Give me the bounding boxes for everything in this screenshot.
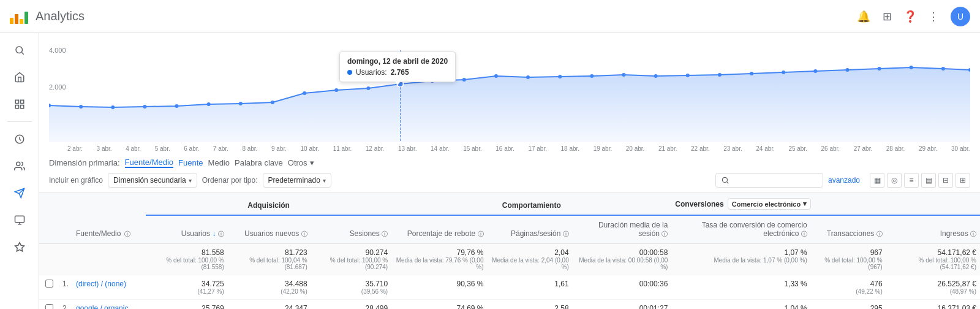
totals-usuarios-nuevos: 81.723 % del total: 100,04 % (81.687): [228, 244, 311, 275]
notification-icon[interactable]: 🔔: [858, 10, 870, 23]
row2-num: 2.: [59, 300, 72, 310]
row2-source: google / organic: [72, 300, 146, 310]
x-label: 7 abr.: [213, 145, 228, 152]
checkbox-1[interactable]: [45, 280, 53, 288]
sidebar-item-dashboard[interactable]: [5, 92, 34, 116]
order-arrow: ▾: [323, 177, 326, 184]
view-bar-icon[interactable]: ▤: [921, 173, 936, 188]
totals-usuarios: 81.558 % del total: 100,00 % (81.558): [146, 244, 228, 275]
order-select[interactable]: Predeterminado ▾: [263, 173, 331, 188]
svg-marker-13: [15, 243, 24, 251]
th-ingresos[interactable]: Ingresos ⓘ: [886, 215, 980, 244]
row1-ingresos: 26.525,87 € (48,97 %): [886, 275, 980, 300]
secondary-dim-select[interactable]: Dimensión secundaria ▾: [108, 173, 197, 188]
tooltip-dot: [347, 70, 352, 75]
svg-point-18: [175, 104, 179, 108]
sidebar-divider-1: [7, 121, 32, 122]
sidebar-item-realtime[interactable]: [5, 127, 34, 151]
totals-sesiones: 90.274 % del total: 100,00 % (90.274): [311, 244, 391, 275]
view-compare-icon[interactable]: ⊟: [938, 173, 953, 188]
dimension-medio[interactable]: Medio: [208, 158, 230, 167]
checkbox-2[interactable]: [45, 304, 53, 309]
view-pie-icon[interactable]: ◎: [887, 173, 902, 188]
main-layout: 4.000 2.000: [0, 33, 980, 309]
row1-checkbox[interactable]: [39, 275, 59, 300]
x-label: 19 abr.: [594, 145, 612, 152]
header-icons: 🔔 ⊞ ❓ ⋮ U: [858, 7, 970, 26]
row1-num: 1.: [59, 275, 72, 300]
data-table: Fuente/Medio ⓘ Adquisición Comportamient…: [39, 193, 980, 309]
th-paginas[interactable]: Páginas/sesión ⓘ: [488, 215, 573, 244]
table-row: 2. google / organic 25.769 (30,63 %) 24.…: [39, 300, 980, 310]
search-icon: [721, 176, 729, 185]
svg-point-28: [462, 78, 466, 82]
svg-point-39: [813, 69, 817, 73]
sidebar-item-acquisition[interactable]: [5, 181, 34, 205]
sidebar-item-behavior[interactable]: [5, 208, 34, 232]
row2-source-link[interactable]: google / organic: [76, 304, 128, 309]
tooltip-row: Usuarios: 2.765: [347, 68, 448, 77]
row1-transacciones: 476 (49,22 %): [811, 275, 886, 300]
dimension-fuente[interactable]: Fuente: [178, 158, 203, 167]
x-label: 24 abr.: [756, 145, 775, 152]
include-label: Incluir en gráfico: [49, 176, 103, 185]
row1-source-link[interactable]: (direct) / (none): [76, 280, 126, 288]
more-icon[interactable]: ⋮: [927, 10, 940, 23]
avatar[interactable]: U: [951, 7, 970, 26]
totals-checkbox: [39, 244, 59, 275]
x-label: 15 abr.: [463, 145, 482, 152]
totals-ingresos: 54.171,62 € % del total: 100,00 % (54.17…: [886, 244, 980, 275]
view-grid-icon[interactable]: ▦: [870, 173, 884, 188]
svg-point-17: [143, 105, 146, 109]
apps-icon[interactable]: ⊞: [881, 10, 893, 23]
svg-point-40: [845, 68, 849, 72]
row1-usuarios-nuevos: 34.488 (42,20 %): [228, 275, 311, 300]
th-tasa-conv[interactable]: Tasa de conversión de comercio electróni…: [671, 215, 810, 244]
dimension-fuente-medio[interactable]: Fuente/Medio: [125, 158, 174, 168]
sidebar-item-home[interactable]: [5, 65, 34, 90]
th-transacciones[interactable]: Transacciones ⓘ: [811, 215, 886, 244]
totals-source: [72, 244, 146, 275]
help-icon[interactable]: ❓: [904, 10, 916, 23]
x-label: 16 abr.: [496, 145, 514, 152]
svg-point-38: [782, 71, 785, 74]
th-rebote[interactable]: Porcentaje de rebote ⓘ: [391, 215, 487, 244]
x-label: 2 abr.: [67, 145, 83, 152]
dimension-otros[interactable]: Otros ▾: [288, 158, 314, 167]
svg-point-31: [558, 75, 562, 78]
conversiones-dropdown[interactable]: Comercio electrónico ▾: [728, 198, 811, 210]
dimension-label: Dimensión primaria:: [49, 158, 120, 167]
row2-usuarios-nuevos: 24.347 (29,79 %): [228, 300, 311, 310]
dimension-palabra[interactable]: Palabra clave: [235, 158, 283, 167]
row2-tasa-conv: 1,04 %: [671, 300, 810, 310]
secondary-dim-label: Dimensión secundaria: [113, 176, 186, 185]
view-pivot-icon[interactable]: ⊞: [956, 173, 970, 188]
th-usuarios[interactable]: Usuarios ↓ ⓘ: [146, 215, 228, 244]
view-table-icon[interactable]: ≡: [904, 173, 919, 188]
th-num: [59, 193, 72, 244]
th-sesiones[interactable]: Sesiones ⓘ: [311, 215, 391, 244]
dimension-row: Dimensión primaria: Fuente/Medio Fuente …: [49, 158, 970, 168]
row2-ingresos: 16.371,03 € (30,22 %): [886, 300, 980, 310]
svg-point-43: [941, 67, 945, 71]
x-label: 8 abr.: [242, 145, 257, 152]
row2-checkbox[interactable]: [39, 300, 59, 310]
row1-tasa-conv: 1,33 %: [671, 275, 810, 300]
sidebar-item-conversions[interactable]: [5, 235, 34, 259]
row1-source: (direct) / (none): [72, 275, 146, 300]
row1-sesiones: 35.710 (39,56 %): [311, 275, 391, 300]
svg-point-41: [878, 67, 881, 71]
sidebar-item-search[interactable]: [5, 38, 34, 63]
th-duracion[interactable]: Duración media de la sesión ⓘ: [573, 215, 672, 244]
chart-area: 4.000 2.000: [39, 33, 980, 153]
advanced-link[interactable]: avanzado: [828, 176, 860, 185]
search-input[interactable]: [732, 176, 818, 185]
svg-point-16: [111, 105, 115, 109]
toolbar: Dimensión primaria: Fuente/Medio Fuente …: [39, 153, 980, 193]
table-row: 1. (direct) / (none) 34.725 (41,27 %) 34…: [39, 275, 980, 300]
th-usuarios-nuevos[interactable]: Usuarios nuevos ⓘ: [228, 215, 311, 244]
sidebar-item-audience[interactable]: [5, 154, 34, 178]
totals-rebote: 79,76 % Media de la vista: 79,76 % (0,00…: [391, 244, 487, 275]
x-label: 26 abr.: [821, 145, 840, 152]
app-header: Analytics 🔔 ⊞ ❓ ⋮ U: [0, 0, 980, 33]
